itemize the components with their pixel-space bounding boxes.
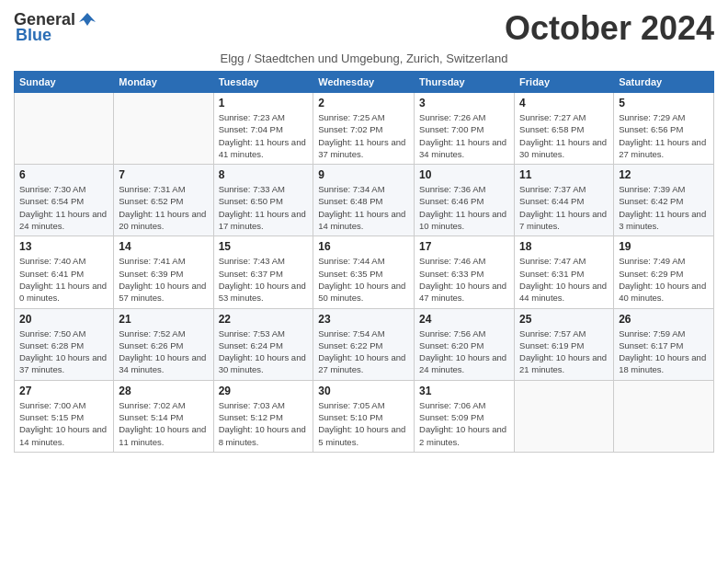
- logo: General Blue: [14, 9, 97, 45]
- calendar-cell: 6Sunrise: 7:30 AM Sunset: 6:54 PM Daylig…: [15, 165, 114, 236]
- day-info: Sunrise: 7:39 AM Sunset: 6:42 PM Dayligh…: [619, 183, 709, 232]
- day-info: Sunrise: 7:47 AM Sunset: 6:31 PM Dayligh…: [519, 255, 609, 304]
- day-info: Sunrise: 7:46 AM Sunset: 6:33 PM Dayligh…: [419, 255, 509, 304]
- day-info: Sunrise: 7:00 AM Sunset: 5:15 PM Dayligh…: [19, 399, 108, 448]
- day-number: 6: [19, 168, 108, 181]
- weekday-header-tuesday: Tuesday: [213, 72, 313, 93]
- day-number: 23: [318, 313, 409, 326]
- day-number: 28: [119, 385, 208, 397]
- weekday-header-thursday: Thursday: [415, 72, 515, 93]
- day-number: 13: [19, 240, 108, 253]
- day-info: Sunrise: 7:49 AM Sunset: 6:29 PM Dayligh…: [619, 255, 709, 304]
- calendar-cell: 13Sunrise: 7:40 AM Sunset: 6:41 PM Dayli…: [15, 236, 114, 308]
- day-info: Sunrise: 7:40 AM Sunset: 6:41 PM Dayligh…: [19, 255, 108, 304]
- day-number: 20: [19, 313, 108, 326]
- day-info: Sunrise: 7:26 AM Sunset: 7:00 PM Dayligh…: [419, 111, 509, 160]
- location-subtitle: Elgg / Staedtchen und Umgebung, Zurich, …: [14, 52, 714, 65]
- day-info: Sunrise: 7:23 AM Sunset: 7:04 PM Dayligh…: [219, 111, 309, 160]
- calendar-cell: 5Sunrise: 7:29 AM Sunset: 6:56 PM Daylig…: [614, 93, 714, 165]
- day-number: 25: [519, 313, 609, 326]
- calendar-cell: 18Sunrise: 7:47 AM Sunset: 6:31 PM Dayli…: [515, 236, 614, 308]
- day-info: Sunrise: 7:05 AM Sunset: 5:10 PM Dayligh…: [318, 399, 409, 448]
- calendar-cell: 14Sunrise: 7:41 AM Sunset: 6:39 PM Dayli…: [114, 236, 213, 308]
- calendar-cell: 3Sunrise: 7:26 AM Sunset: 7:00 PM Daylig…: [415, 93, 515, 165]
- day-info: Sunrise: 7:41 AM Sunset: 6:39 PM Dayligh…: [119, 255, 208, 304]
- calendar-cell: 28Sunrise: 7:02 AM Sunset: 5:14 PM Dayli…: [114, 380, 213, 452]
- weekday-header-sunday: Sunday: [15, 72, 114, 93]
- day-info: Sunrise: 7:52 AM Sunset: 6:26 PM Dayligh…: [119, 327, 208, 376]
- day-number: 29: [219, 385, 309, 397]
- day-number: 24: [419, 313, 509, 326]
- day-number: 4: [519, 97, 609, 109]
- calendar-cell: 11Sunrise: 7:37 AM Sunset: 6:44 PM Dayli…: [515, 165, 614, 236]
- day-info: Sunrise: 7:43 AM Sunset: 6:37 PM Dayligh…: [219, 255, 309, 304]
- calendar-cell: [114, 93, 213, 165]
- calendar-cell: 22Sunrise: 7:53 AM Sunset: 6:24 PM Dayli…: [213, 308, 313, 380]
- logo-bird-icon: [77, 9, 97, 29]
- day-number: 5: [619, 97, 709, 109]
- day-number: 16: [318, 240, 409, 253]
- day-number: 7: [119, 168, 208, 181]
- svg-marker-0: [79, 13, 96, 26]
- calendar-cell: 10Sunrise: 7:36 AM Sunset: 6:46 PM Dayli…: [415, 165, 515, 236]
- calendar-cell: 4Sunrise: 7:27 AM Sunset: 6:58 PM Daylig…: [515, 93, 614, 165]
- day-info: Sunrise: 7:56 AM Sunset: 6:20 PM Dayligh…: [419, 327, 509, 376]
- day-info: Sunrise: 7:31 AM Sunset: 6:52 PM Dayligh…: [119, 183, 208, 232]
- calendar-cell: 27Sunrise: 7:00 AM Sunset: 5:15 PM Dayli…: [15, 380, 114, 452]
- day-info: Sunrise: 7:57 AM Sunset: 6:19 PM Dayligh…: [519, 327, 609, 376]
- day-info: Sunrise: 7:37 AM Sunset: 6:44 PM Dayligh…: [519, 183, 609, 232]
- weekday-header-wednesday: Wednesday: [313, 72, 415, 93]
- calendar-cell: 31Sunrise: 7:06 AM Sunset: 5:09 PM Dayli…: [415, 380, 515, 452]
- calendar-cell: 8Sunrise: 7:33 AM Sunset: 6:50 PM Daylig…: [213, 165, 313, 236]
- month-title: October 2024: [505, 9, 714, 48]
- day-info: Sunrise: 7:27 AM Sunset: 6:58 PM Dayligh…: [519, 111, 609, 160]
- logo-blue-text: Blue: [16, 26, 51, 45]
- day-info: Sunrise: 7:54 AM Sunset: 6:22 PM Dayligh…: [318, 327, 409, 376]
- day-info: Sunrise: 7:44 AM Sunset: 6:35 PM Dayligh…: [318, 255, 409, 304]
- day-number: 12: [619, 168, 709, 181]
- page-header: General Blue October 2024: [14, 9, 714, 48]
- day-number: 8: [219, 168, 309, 181]
- calendar-cell: 26Sunrise: 7:59 AM Sunset: 6:17 PM Dayli…: [614, 308, 714, 380]
- day-info: Sunrise: 7:30 AM Sunset: 6:54 PM Dayligh…: [19, 183, 108, 232]
- day-info: Sunrise: 7:53 AM Sunset: 6:24 PM Dayligh…: [219, 327, 309, 376]
- day-number: 19: [619, 240, 709, 253]
- day-number: 17: [419, 240, 509, 253]
- day-number: 31: [419, 385, 509, 397]
- calendar-cell: 30Sunrise: 7:05 AM Sunset: 5:10 PM Dayli…: [313, 380, 415, 452]
- weekday-header-friday: Friday: [515, 72, 614, 93]
- day-info: Sunrise: 7:33 AM Sunset: 6:50 PM Dayligh…: [219, 183, 309, 232]
- day-number: 22: [219, 313, 309, 326]
- calendar-cell: [15, 93, 114, 165]
- calendar-cell: 29Sunrise: 7:03 AM Sunset: 5:12 PM Dayli…: [213, 380, 313, 452]
- weekday-header-monday: Monday: [114, 72, 213, 93]
- day-number: 15: [219, 240, 309, 253]
- calendar-cell: 25Sunrise: 7:57 AM Sunset: 6:19 PM Dayli…: [515, 308, 614, 380]
- calendar-cell: 20Sunrise: 7:50 AM Sunset: 6:28 PM Dayli…: [15, 308, 114, 380]
- calendar-cell: [515, 380, 614, 452]
- calendar-cell: 19Sunrise: 7:49 AM Sunset: 6:29 PM Dayli…: [614, 236, 714, 308]
- calendar-cell: 15Sunrise: 7:43 AM Sunset: 6:37 PM Dayli…: [213, 236, 313, 308]
- day-number: 10: [419, 168, 509, 181]
- day-info: Sunrise: 7:36 AM Sunset: 6:46 PM Dayligh…: [419, 183, 509, 232]
- calendar-cell: 23Sunrise: 7:54 AM Sunset: 6:22 PM Dayli…: [313, 308, 415, 380]
- day-number: 30: [318, 385, 409, 397]
- day-info: Sunrise: 7:34 AM Sunset: 6:48 PM Dayligh…: [318, 183, 409, 232]
- calendar-cell: 12Sunrise: 7:39 AM Sunset: 6:42 PM Dayli…: [614, 165, 714, 236]
- day-number: 27: [19, 385, 108, 397]
- calendar-cell: 21Sunrise: 7:52 AM Sunset: 6:26 PM Dayli…: [114, 308, 213, 380]
- calendar-cell: 16Sunrise: 7:44 AM Sunset: 6:35 PM Dayli…: [313, 236, 415, 308]
- weekday-header-saturday: Saturday: [614, 72, 714, 93]
- day-info: Sunrise: 7:06 AM Sunset: 5:09 PM Dayligh…: [419, 399, 509, 448]
- day-number: 2: [318, 97, 409, 109]
- day-number: 9: [318, 168, 409, 181]
- calendar-cell: 9Sunrise: 7:34 AM Sunset: 6:48 PM Daylig…: [313, 165, 415, 236]
- calendar-cell: 17Sunrise: 7:46 AM Sunset: 6:33 PM Dayli…: [415, 236, 515, 308]
- day-number: 11: [519, 168, 609, 181]
- calendar-table: SundayMondayTuesdayWednesdayThursdayFrid…: [14, 71, 714, 453]
- day-info: Sunrise: 7:03 AM Sunset: 5:12 PM Dayligh…: [219, 399, 309, 448]
- day-info: Sunrise: 7:25 AM Sunset: 7:02 PM Dayligh…: [318, 111, 409, 160]
- day-number: 3: [419, 97, 509, 109]
- day-info: Sunrise: 7:02 AM Sunset: 5:14 PM Dayligh…: [119, 399, 208, 448]
- calendar-cell: 2Sunrise: 7:25 AM Sunset: 7:02 PM Daylig…: [313, 93, 415, 165]
